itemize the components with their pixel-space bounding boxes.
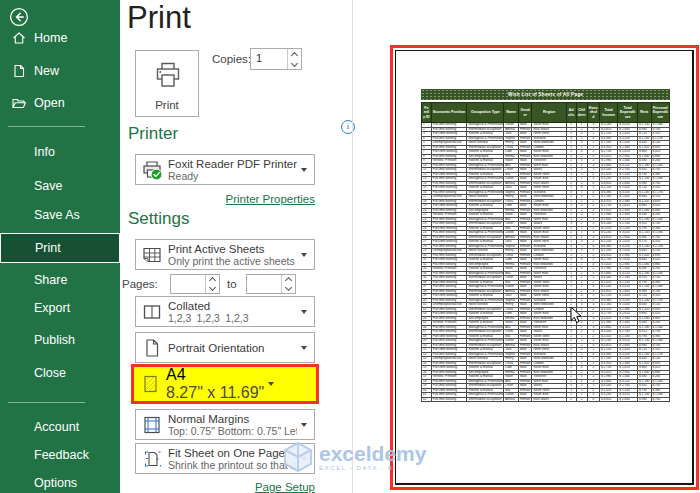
orientation-dropdown[interactable]: Portrait Orientation	[135, 332, 315, 363]
column-header: Region	[532, 103, 566, 123]
chevron-down-icon	[268, 382, 274, 386]
printer-selector-dropdown[interactable]: Foxit Reader PDF Printer Ready	[135, 154, 315, 185]
pages-to-down-button[interactable]	[282, 284, 295, 293]
fit-sheet-to-page-icon	[136, 448, 168, 470]
sidebar-item-info[interactable]: Info	[0, 141, 120, 163]
column-header: Rent	[638, 103, 652, 123]
print-button[interactable]: Print	[135, 50, 199, 117]
pages-to-stepper[interactable]	[246, 274, 296, 294]
sidebar-item-home[interactable]: Home	[0, 27, 120, 49]
printer-icon	[153, 60, 183, 90]
home-icon	[11, 30, 27, 46]
sidebar-item-label: Open	[34, 96, 65, 110]
column-header: Children	[576, 103, 587, 123]
paper-size-dropdown-highlighted[interactable]: A4 8.27" x 11.69"	[131, 364, 319, 404]
backstage-sidebar: Home New Open Info Save Save As Print Sh…	[0, 0, 120, 493]
chevron-down-icon	[301, 168, 307, 172]
open-folder-icon	[11, 95, 27, 111]
column-header: Name	[504, 103, 519, 123]
sidebar-item-new[interactable]: New	[0, 60, 120, 82]
chevron-down-icon	[209, 284, 216, 291]
page-title: Print	[127, 0, 191, 36]
sidebar-item-publish[interactable]: Publish	[0, 329, 120, 351]
chevron-down-icon	[301, 423, 307, 427]
content-divider	[352, 0, 353, 493]
pages-label: Pages:	[122, 278, 158, 290]
printer-status-icon	[136, 158, 168, 182]
column-header: Total Income	[599, 103, 617, 123]
column-header: Gender	[518, 103, 532, 123]
table-row: 62Full-time workingIntermediate occupati…	[422, 397, 670, 402]
portrait-page-icon	[136, 337, 168, 359]
back-arrow-icon[interactable]	[9, 7, 29, 27]
printer-name: Foxit Reader PDF Printer	[168, 158, 297, 170]
to-label: to	[227, 278, 237, 290]
pages-from-up-button[interactable]	[206, 275, 219, 284]
sidebar-item-close[interactable]: Close	[0, 362, 120, 384]
column-header: Occupation Type	[467, 103, 504, 123]
collated-pages-icon	[136, 301, 168, 323]
sidebar-item-feedback[interactable]: Feedback	[0, 444, 120, 466]
printer-status: Ready	[168, 170, 297, 182]
sidebar-item-export[interactable]: Export	[0, 297, 120, 319]
column-header: Personal Expenditure	[651, 103, 670, 123]
column-header: Household	[587, 103, 599, 123]
worksheet-grid-icon	[136, 244, 168, 266]
sidebar-item-print[interactable]: Print	[0, 233, 120, 263]
chevron-down-icon	[291, 59, 298, 66]
chevron-down-icon	[301, 457, 307, 461]
copies-stepper[interactable]: 1	[250, 48, 302, 70]
printer-properties-link[interactable]: Printer Properties	[226, 193, 315, 205]
sidebar-item-open[interactable]: Open	[0, 92, 120, 114]
sidebar-item-save-as[interactable]: Save As	[0, 204, 120, 226]
preview-sheet: Wish List of Sheets of All Page Family I…	[421, 89, 670, 402]
settings-section-heading: Settings	[128, 209, 189, 229]
sidebar-item-account[interactable]: Account	[0, 416, 120, 438]
preview-page: Wish List of Sheets of All Page Family I…	[395, 50, 694, 485]
chevron-down-icon	[301, 310, 307, 314]
copies-down-button[interactable]	[288, 59, 301, 69]
scaling-dropdown[interactable]: Fit Sheet on One Page Shrink the printou…	[135, 443, 315, 474]
preview-table-body: 1Full-time workingManagerial & Professio…	[422, 123, 670, 402]
pages-from-down-button[interactable]	[206, 284, 219, 293]
sidebar-item-share[interactable]: Share	[0, 269, 120, 291]
sidebar-item-label: Home	[34, 31, 67, 45]
column-header: Adults	[566, 103, 576, 123]
margins-dropdown[interactable]: Normal Margins Top: 0.75" Bottom: 0.75" …	[135, 409, 315, 440]
chevron-down-icon	[301, 346, 307, 350]
printer-section-heading: Printer	[128, 124, 178, 144]
pages-to-up-button[interactable]	[282, 275, 295, 284]
pages-from-value[interactable]	[171, 275, 205, 293]
pages-from-stepper[interactable]	[170, 274, 220, 294]
chevron-down-icon	[301, 253, 307, 257]
collation-dropdown[interactable]: Collated 1,2,3 1,2,3 1,2,3	[135, 296, 315, 327]
new-document-icon	[11, 63, 27, 79]
print-preview-highlighted-area: Wish List of Sheets of All Page Family I…	[390, 45, 699, 490]
sidebar-item-options[interactable]: Options	[0, 472, 120, 493]
hatched-page-icon	[134, 373, 166, 395]
copies-up-button[interactable]	[288, 49, 301, 59]
sidebar-item-save[interactable]: Save	[0, 175, 120, 197]
print-button-label: Print	[155, 99, 179, 111]
sidebar-divider	[8, 402, 85, 403]
print-what-dropdown[interactable]: Print Active Sheets Only print the activ…	[135, 239, 315, 270]
margin-guides-icon	[136, 414, 168, 436]
preview-table-head-row: Family IDEconomic PositionOccupation Typ…	[422, 103, 670, 123]
preview-table: Family IDEconomic PositionOccupation Typ…	[421, 102, 670, 402]
sheet-title-bar: Wish List of Sheets of All Page	[421, 89, 670, 100]
chevron-up-icon	[291, 51, 298, 58]
sidebar-divider	[8, 126, 85, 127]
column-header: Economic Position	[431, 103, 467, 123]
column-header: Total Expenditure	[618, 103, 638, 123]
page-setup-link[interactable]: Page Setup	[255, 481, 315, 493]
column-header: Family ID	[422, 103, 432, 123]
pages-to-value[interactable]	[247, 275, 281, 293]
copies-value[interactable]: 1	[251, 49, 287, 69]
sidebar-item-label: New	[34, 64, 59, 78]
chevron-down-icon	[285, 284, 292, 291]
copies-label: Copies:	[212, 53, 251, 65]
